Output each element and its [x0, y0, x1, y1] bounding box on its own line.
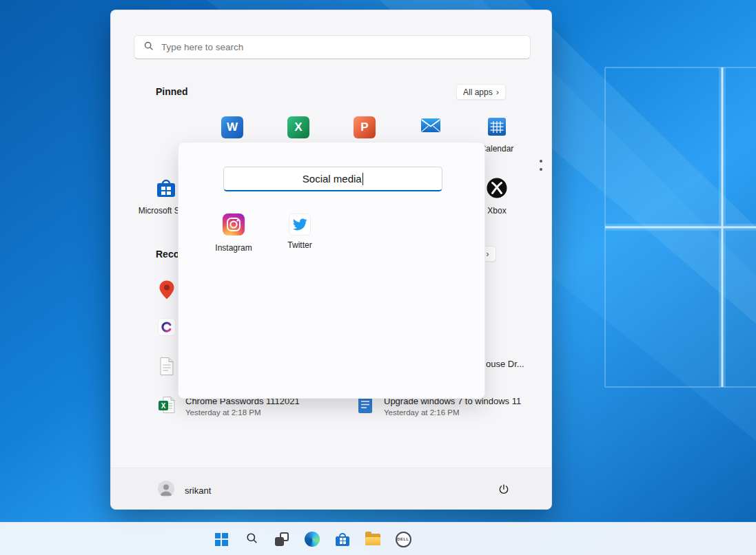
- dell-icon: DELL: [396, 532, 411, 547]
- calendar-icon: [487, 116, 507, 140]
- app-label: Instagram: [215, 243, 252, 253]
- app-label: Xbox: [487, 206, 506, 216]
- recommended-item-partial[interactable]: ouse Dr...: [486, 359, 524, 369]
- recommended-item-subtitle: Yesterday at 2:18 PM: [185, 408, 300, 417]
- document-icon: [158, 357, 176, 376]
- start-menu-footer: srikant: [111, 468, 551, 510]
- chevron-right-icon: ›: [496, 87, 499, 96]
- windows-logo-icon: [215, 533, 228, 546]
- folder-app-twitter[interactable]: Twitter: [267, 213, 333, 250]
- recommended-item-chrome-passwords[interactable]: X Chrome Passwords 1112021 Yesterday at …: [156, 396, 349, 426]
- user-avatar: [158, 481, 174, 500]
- all-apps-button[interactable]: All apps ›: [456, 84, 506, 100]
- search-icon: [143, 41, 154, 54]
- task-view-icon: [275, 532, 289, 546]
- pinned-section-title: Pinned: [156, 86, 188, 97]
- power-button[interactable]: [494, 480, 513, 499]
- file-explorer-button[interactable]: [360, 527, 385, 552]
- folder-app-instagram[interactable]: Instagram: [201, 213, 267, 253]
- search-icon: [245, 532, 258, 547]
- svg-text:X: X: [161, 402, 166, 410]
- instagram-icon: [223, 213, 245, 238]
- task-view-button[interactable]: [269, 527, 294, 552]
- taskbar-icons: DELL: [209, 523, 416, 555]
- taskbar: DELL: [0, 522, 756, 555]
- user-profile-button[interactable]: srikant: [158, 481, 211, 500]
- taskbar-search-button[interactable]: [239, 527, 264, 552]
- word-icon: W: [221, 116, 243, 138]
- search-input[interactable]: [161, 42, 521, 52]
- folder-name-text: Social media: [303, 173, 362, 185]
- dell-label: DELL: [397, 537, 409, 541]
- chevron-right-icon: ›: [486, 249, 489, 258]
- edge-button[interactable]: [300, 527, 325, 552]
- start-menu: Pinned All apps › W Word X Excel P Power…: [110, 10, 552, 510]
- microsoft-store-icon: [155, 177, 177, 202]
- powerpoint-icon: P: [354, 116, 376, 138]
- folder-icon: [365, 534, 380, 545]
- folder-name-input[interactable]: Social media: [223, 167, 442, 191]
- excel-icon: X: [287, 116, 309, 138]
- xbox-icon: [486, 177, 508, 202]
- dell-button[interactable]: DELL: [391, 527, 416, 552]
- clipchamp-icon: [158, 318, 176, 336]
- pinned-page-dot[interactable]: [540, 168, 542, 171]
- user-name: srikant: [185, 485, 211, 496]
- pinned-page-dot[interactable]: [540, 160, 542, 163]
- store-button[interactable]: [330, 527, 355, 552]
- edge-icon: [305, 532, 320, 547]
- recommended-item-upgrade-windows[interactable]: Upgrade windows 7 to windows 11 Yesterda…: [354, 396, 547, 426]
- recommended-item-subtitle: Yesterday at 2:16 PM: [384, 408, 521, 417]
- twitter-icon: [289, 213, 311, 235]
- desktop: Pinned All apps › W Word X Excel P Power…: [0, 0, 756, 555]
- microsoft-store-icon: [336, 533, 349, 546]
- text-cursor: [362, 173, 364, 185]
- app-label: Twitter: [287, 240, 311, 250]
- mail-icon: [420, 116, 441, 137]
- folder-popup: Social media Insta: [178, 142, 485, 399]
- excel-file-icon: X: [158, 396, 176, 414]
- start-search-box[interactable]: [134, 35, 531, 59]
- map-pin-icon: [158, 280, 176, 300]
- all-apps-label: All apps: [463, 87, 493, 97]
- start-button[interactable]: [209, 527, 234, 552]
